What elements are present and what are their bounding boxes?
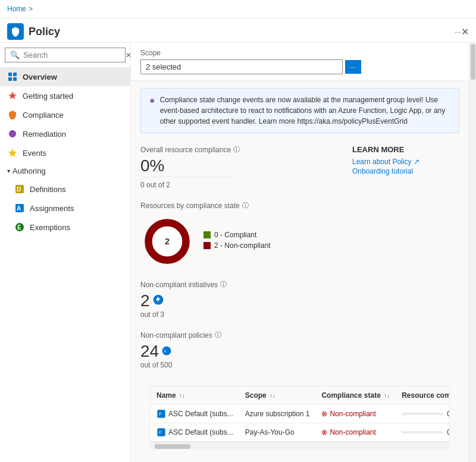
sidebar-item-exemptions[interactable]: E Exemptions	[0, 218, 130, 237]
overview-label: Overview	[23, 73, 57, 81]
name-sort-icon[interactable]: ↑↓	[179, 392, 185, 399]
row-scope-1: Azure subscription 1	[239, 405, 316, 423]
non-compliant-legend-label: 2 - Non-compliant	[214, 241, 271, 250]
horizontal-scrollbar[interactable]	[150, 442, 450, 450]
compliance-label: Compliance	[23, 111, 64, 120]
table-row[interactable]: P ASC Default (subs... Pay-As-You-Go ⊗	[151, 423, 450, 442]
sidebar-item-events[interactable]: Events	[0, 143, 130, 162]
compliant-dot	[203, 231, 211, 238]
resources-state-info-icon[interactable]: ⓘ	[242, 201, 249, 210]
vertical-scrollbar[interactable]	[469, 43, 476, 462]
title-options-button[interactable]: ···	[455, 27, 461, 36]
sidebar-item-remediation[interactable]: Remediation	[0, 124, 130, 143]
events-icon	[7, 147, 18, 158]
app-icon	[7, 23, 24, 40]
row-state-2: ⊗ Non-compliant	[315, 423, 396, 442]
initiatives-icon	[152, 294, 164, 306]
row-resource-compliance-2: 0% (0 out of 1)	[396, 423, 450, 442]
non-compliant-initiatives-label: Non-compliant initiatives ⓘ	[140, 280, 352, 289]
horizontal-scrollbar-thumb[interactable]	[155, 444, 190, 449]
breadcrumb-bar: Home >	[0, 0, 476, 18]
legend-non-compliant: 2 - Non-compliant	[203, 241, 271, 250]
breadcrumb-separator: >	[29, 5, 33, 13]
svg-marker-4	[8, 149, 17, 157]
learn-more-section: LEARN MORE Learn about Policy ↗ Onboardi…	[352, 145, 459, 177]
info-banner: ● Compliance state change events are now…	[140, 88, 459, 133]
state-sort-icon[interactable]: ↑↓	[384, 392, 390, 399]
progress-bar-bg-1	[402, 413, 443, 415]
legend-compliant: 0 - Compliant	[203, 231, 271, 239]
non-compliant-policies-label: Non-compliant policies ⓘ	[140, 331, 352, 340]
overall-compliance-label: Overall resource compliance ⓘ	[140, 145, 352, 154]
definitions-icon: D	[14, 184, 25, 194]
svg-rect-2	[8, 77, 12, 81]
onboarding-link[interactable]: Onboarding tutorial	[352, 167, 459, 175]
sidebar: 🔍 ✕ « Overview Getting started	[0, 43, 131, 462]
error-icon-2: ⊗	[321, 428, 327, 436]
definitions-label: Definitions	[30, 185, 66, 194]
banner-text: Compliance state change events are now a…	[160, 95, 450, 127]
sidebar-item-overview[interactable]: Overview	[0, 67, 130, 86]
policies-sub: out of 500	[140, 361, 352, 369]
sidebar-item-getting-started[interactable]: Getting started	[0, 86, 130, 105]
sidebar-item-assignments[interactable]: A Assignments	[0, 199, 130, 218]
close-button[interactable]: ✕	[461, 26, 469, 37]
non-compliant-initiatives-block: Non-compliant initiatives ⓘ 2 out of 3	[140, 280, 352, 319]
page-title: Policy	[29, 26, 450, 38]
events-label: Events	[23, 149, 46, 158]
error-icon-1: ⊗	[321, 410, 327, 418]
title-bar: Policy ··· ✕	[0, 18, 476, 43]
col-resource-compliance[interactable]: Resource compli...↑↓	[396, 386, 450, 405]
assignments-icon: A	[14, 203, 25, 213]
row-policy-icon-1: P	[156, 409, 166, 419]
scope-label: Scope	[140, 49, 459, 57]
policy-app-icon	[10, 26, 21, 37]
policies-icon: i	[161, 345, 172, 356]
home-link[interactable]: Home	[7, 5, 26, 13]
assignments-label: Assignments	[30, 204, 74, 213]
svg-rect-1	[13, 73, 17, 76]
overall-compliance-info-icon[interactable]: ⓘ	[233, 145, 240, 154]
svg-rect-0	[8, 73, 12, 76]
search-clear-button[interactable]: ✕	[126, 51, 131, 59]
scope-sort-icon[interactable]: ↑↓	[270, 392, 275, 399]
authoring-toggle[interactable]: ▾ Authoring	[0, 162, 130, 180]
donut-chart: 2	[140, 215, 194, 268]
getting-started-label: Getting started	[23, 92, 73, 100]
initiatives-value: 2	[140, 291, 150, 310]
remediation-icon	[7, 128, 18, 139]
scope-bar: Scope ···	[131, 43, 469, 81]
scope-options-button[interactable]: ···	[345, 60, 361, 74]
initiatives-sub: out of 3	[140, 310, 352, 319]
compliant-label: 0 - Compliant	[214, 231, 256, 239]
overall-compliance-value: 0%	[140, 156, 352, 175]
initiatives-info-icon[interactable]: ⓘ	[220, 280, 227, 289]
main-content: Scope ··· ● Compliance state change even…	[131, 43, 469, 462]
row-state-1: ⊗ Non-compliant	[315, 405, 396, 423]
row-resource-compliance-1: 0% (0 out of 1)	[396, 405, 450, 423]
svg-text:P: P	[159, 412, 162, 416]
table-header-row: Name ↑↓ Scope ↑↓ Compliance	[151, 386, 450, 405]
search-input[interactable]	[23, 51, 123, 59]
search-box[interactable]: 🔍 ✕ «	[5, 48, 126, 62]
overall-compliance-sub: 0 out of 2	[140, 181, 352, 189]
svg-text:P: P	[159, 430, 162, 435]
sidebar-item-definitions[interactable]: D Definitions ◀	[0, 180, 130, 199]
vertical-scrollbar-thumb[interactable]	[471, 44, 475, 80]
learn-policy-link[interactable]: Learn about Policy ↗	[352, 158, 459, 166]
scope-input[interactable]	[140, 59, 343, 74]
breadcrumb[interactable]: Home >	[7, 5, 35, 13]
col-compliance-state[interactable]: Compliance state ↑↓	[315, 386, 396, 405]
svg-text:A: A	[17, 205, 21, 212]
policies-info-icon[interactable]: ⓘ	[215, 331, 221, 340]
row-name-1: P ASC Default (subs...	[151, 405, 239, 423]
col-name[interactable]: Name ↑↓	[151, 386, 239, 405]
svg-text:2: 2	[165, 237, 170, 246]
compliance-table-wrapper: Name ↑↓ Scope ↑↓ Compliance	[150, 386, 450, 442]
authoring-label: Authoring	[12, 166, 46, 175]
policies-value: 24	[140, 342, 159, 361]
table-row[interactable]: P ASC Default (subs... Azure subscriptio…	[151, 405, 450, 423]
col-scope[interactable]: Scope ↑↓	[239, 386, 316, 405]
sidebar-item-compliance[interactable]: Compliance	[0, 105, 130, 124]
resources-by-state-label: Resources by compliance state ⓘ	[140, 201, 352, 210]
